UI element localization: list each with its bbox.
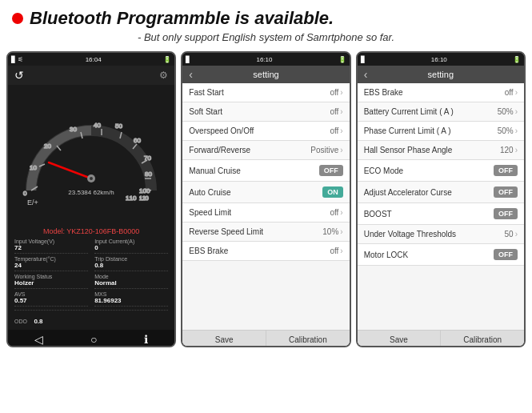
mxs-label: MXS [94,291,168,297]
back-arrow-middle[interactable]: ‹ [189,68,193,81]
home-icon[interactable]: ○ [90,333,97,346]
list-item[interactable]: Adjust Accelerator Curse OFF [358,182,524,203]
odo-value: 0.8 [34,318,42,325]
list-item[interactable]: Battery Current Limit ( A ) 50% › [358,102,524,122]
settings-header-middle: ‹ setting [182,66,349,83]
setting-label: Forward/Reverse [189,146,250,154]
list-item[interactable]: Phase Current Limit ( A ) 50% › [358,122,524,141]
list-item[interactable]: Soft Start off › [182,102,349,122]
setting-value: 10% › [322,227,342,236]
arrow-icon: › [340,88,342,97]
info-cell-status: Working Status Holzer [14,274,88,289]
arrow-icon: › [515,126,518,135]
setting-value: 50% › [498,126,518,135]
settings-list-right: EBS Brake off › Battery Current Limit ( … [358,83,524,330]
list-item[interactable]: Overspeed On/Off off › [182,122,349,141]
list-item[interactable]: Under Voltage Thresholds 50 › [358,225,524,244]
odo-label: ODO [14,319,27,324]
svg-text:50: 50 [115,122,122,130]
setting-label: Auto Cruise [189,188,230,197]
trip-value: 0.8 [94,262,168,269]
list-item[interactable]: Reverse Speed Limit 10% › [182,223,349,242]
list-item[interactable]: Forward/Reverse Positive › [182,141,349,160]
setting-value: off › [330,107,342,116]
settings-title-right: setting [428,70,454,79]
setting-label: Under Voltage Thresholds [364,230,456,239]
list-item[interactable]: Hall Sensor Phase Angle 120 › [358,141,524,160]
time-display: 16:04 [86,56,102,63]
list-item[interactable]: EBS Brake off › [358,83,524,102]
toggle-button[interactable]: OFF [494,186,518,198]
signal-icon-right: ▊ [361,56,366,63]
svg-text:70: 70 [144,154,151,162]
voltage-label: Input Voltage(V) [14,239,88,244]
info-cell-trip: Trip Distance 0.8 [94,256,168,271]
save-button-right[interactable]: Save [358,331,442,347]
temp-value: 24 [14,262,88,269]
status-mid-right: 🔋 [338,56,346,63]
bluetooth-title: Bluetooth Programmble is available. [12,8,520,29]
svg-text:10: 10 [30,164,37,171]
list-item[interactable]: BOOST OFF [358,203,524,225]
setting-value: 50% › [498,107,518,116]
settings-title-middle: setting [253,70,278,79]
svg-text:110: 110 [126,194,137,202]
status-left-icons: ▊ ⚟ [11,56,23,63]
list-item[interactable]: Speed Limit off › [182,203,349,223]
setting-label: Hall Sensor Phase Angle [364,146,453,154]
status-bar-middle: ▊ 16:10 🔋 [182,53,349,66]
settings-footer-middle: Save Calibration [182,330,349,347]
status-right-icons: 🔋 [163,56,171,63]
back-arrow-right[interactable]: ‹ [364,68,368,81]
setting-value: off › [505,88,518,97]
gear-icon[interactable]: ⚙ [159,70,168,81]
status-label: Working Status [14,274,88,279]
setting-label: EBS Brake [189,247,228,255]
list-item[interactable]: Motor LOCK OFF [358,244,524,266]
time-mid: 16:10 [256,56,272,63]
signal-icon: ▊ [11,56,16,63]
list-item[interactable]: EBS Brake off › [182,242,349,261]
toggle-button[interactable]: OFF [494,249,518,260]
speedo-bottom-bar: ◁ ○ ℹ [8,330,174,347]
setting-label: EBS Brake [364,88,403,97]
setting-label: Phase Current Limit ( A ) [364,126,451,135]
battery-icon-mid: 🔋 [338,56,346,63]
list-item[interactable]: Fast Start off › [182,83,349,102]
status-right-right: 🔋 [513,56,521,63]
header-area: Bluetooth Programmble is available. - Bu… [0,0,532,51]
save-button-middle[interactable]: Save [182,331,266,347]
settings-screen-right: ‹ setting EBS Brake off › Battery Curren… [358,66,524,347]
battery-icon-right: 🔋 [513,56,521,63]
list-item[interactable]: Auto Cruise ON [182,182,349,203]
list-item[interactable]: ECO Mode OFF [358,160,524,182]
setting-label: Battery Current Limit ( A ) [364,107,454,116]
back-icon[interactable]: ◁ [34,333,43,346]
setting-value: off › [330,88,342,97]
info-cell-avs: AVS 0.57 [14,291,88,307]
settings-screen-middle: ‹ setting Fast Start off › Soft Start of… [182,66,349,347]
toggle-button[interactable]: OFF [319,165,343,176]
list-item[interactable]: Manual Cruise OFF [182,160,349,182]
toggle-button[interactable]: OFF [494,208,518,219]
setting-value: off › [330,126,342,135]
arrow-icon: › [515,146,518,154]
phone-right: ▊ 16:10 🔋 ‹ setting EBS Brake off › Batt… [356,51,526,347]
info-icon[interactable]: ℹ [144,333,148,346]
arrow-icon: › [515,230,518,239]
setting-value: 120 › [500,146,518,154]
info-cell-temp: Temperature(°C) 24 [14,256,88,271]
toggle-button[interactable]: OFF [494,165,518,176]
calibration-button-middle[interactable]: Calibration [266,331,350,347]
arrow-icon: › [340,126,342,135]
setting-label: BOOST [364,210,392,219]
time-right: 16:10 [431,56,447,63]
setting-value: off › [330,247,342,255]
back-arrow-icon[interactable]: ↺ [14,69,24,82]
toggle-button[interactable]: ON [322,186,343,198]
svg-text:80: 80 [145,170,152,178]
setting-value: off › [330,208,342,217]
arrow-icon: › [340,227,342,236]
calibration-button-right[interactable]: Calibration [441,331,524,347]
main-title: Bluetooth Programmble is available. [30,8,334,29]
